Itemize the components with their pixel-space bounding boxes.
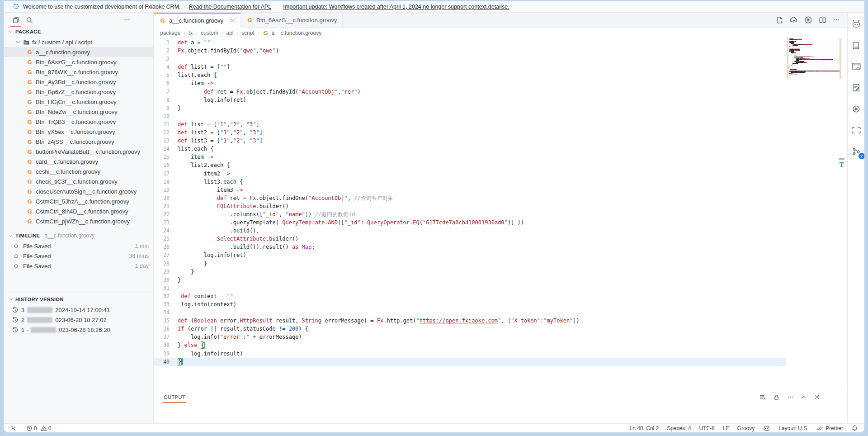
timeline-entry[interactable]: File Saved36 mins xyxy=(4,251,153,261)
status-layout-u-s[interactable]: Layout: U.S. xyxy=(778,425,808,431)
file-item[interactable]: GBtn_6AszG__c.function.groovy xyxy=(4,57,153,67)
code-text: } xyxy=(174,358,183,366)
file-item[interactable]: GbuttonPreVailateButt__c.function.groovy xyxy=(4,147,153,156)
status-spaces-4[interactable]: Spaces: 4 xyxy=(667,425,691,431)
file-item[interactable]: GCstmCtrl_pjWZn__c.function.groovy xyxy=(4,216,153,226)
scrollbar-thumb[interactable] xyxy=(839,158,844,160)
breadcrumb-item[interactable]: custom xyxy=(201,30,218,36)
code-text: list3.each { xyxy=(174,178,243,186)
file-item[interactable]: GBtn_NdeZw__c.function.groovy xyxy=(4,107,153,117)
history-version-entry[interactable]: 1 ·023-06-28 18:26:20 xyxy=(4,325,153,335)
status-bell[interactable] xyxy=(851,425,858,431)
cloud-upload-icon[interactable] xyxy=(790,16,798,24)
folder-row[interactable]: fx / custom / apl / script xyxy=(4,37,153,47)
scrollbar-decoration[interactable]: T xyxy=(838,158,845,169)
documentation-link[interactable]: Read the Documentation for APL xyxy=(189,4,272,10)
code-text: item -> xyxy=(174,153,213,161)
svg-text:G: G xyxy=(27,109,32,115)
editor-tab[interactable]: Ga__c.function.groovy xyxy=(154,13,241,28)
status-lf[interactable]: LF xyxy=(723,425,729,431)
line-number: 6 xyxy=(154,79,174,87)
history-icon xyxy=(12,327,19,333)
file-item[interactable]: GBtn_HGjCn__c.function.groovy xyxy=(4,97,153,107)
scroll-lock-icon[interactable] xyxy=(773,394,780,401)
code-line: 24 .build(), xyxy=(154,227,847,235)
history-version-entry[interactable]: 2023-06-28 18:27:02 xyxy=(4,315,153,325)
history-section-header[interactable]: HISTORY VERSION xyxy=(4,294,153,305)
file-item-label: a__c.function.groovy xyxy=(36,49,90,56)
split-editor-icon[interactable] xyxy=(819,16,826,24)
file-item[interactable]: GBtn_Bp6zZ__c.function.groovy xyxy=(4,87,153,97)
file-item[interactable]: Ga__c.function.groovy xyxy=(4,47,153,57)
important-update-link[interactable]: Important update: Workflows created afte… xyxy=(283,4,509,10)
code-line: 9} xyxy=(154,104,847,112)
file-item[interactable]: GBtn_z4jSS__c.function.groovy xyxy=(4,137,153,147)
file-item[interactable]: GBtn_Ay3Bd__c.function.groovy xyxy=(4,77,153,87)
editor-tab[interactable]: GBtn_6AszG__c.function.groovy xyxy=(241,13,343,27)
line-number: 14 xyxy=(154,145,174,153)
code-text: .build(), xyxy=(174,227,259,235)
sidebar-view-switcher xyxy=(4,13,153,26)
file-item[interactable]: GBtn_yX5ex__c.function.groovy xyxy=(4,127,153,137)
breadcrumb-item[interactable]: fx xyxy=(189,30,193,36)
breadcrumb-item[interactable]: package xyxy=(160,30,180,36)
code-text: item -> xyxy=(174,79,213,87)
fullscreen-button[interactable] xyxy=(851,125,862,135)
code-text: } xyxy=(174,260,207,268)
clear-output-icon[interactable] xyxy=(759,393,766,401)
run-circle-icon[interactable] xyxy=(804,16,812,24)
more-icon[interactable] xyxy=(833,16,840,24)
status-ln-40-col-2[interactable]: Ln 40, Col 2 xyxy=(629,425,659,431)
sidebar-more-icon[interactable] xyxy=(123,16,131,24)
file-item-label: Btn_yX5ex__c.function.groovy xyxy=(36,128,115,135)
breadcrumb-item[interactable]: script xyxy=(241,30,255,36)
circle-o-icon xyxy=(14,264,19,269)
code-editor[interactable]: 1def a = ""2Fx.object.findById("qwe","qw… xyxy=(154,38,847,390)
file-item[interactable]: GcloseUserAutoSign__c.function.groovy xyxy=(4,186,153,196)
timeline-entry-label: File Saved xyxy=(23,253,51,260)
status-prettier[interactable]: Prettier xyxy=(816,425,843,431)
file-item[interactable]: Gceshi__c.function.groovy xyxy=(4,166,153,176)
maximize-panel-icon[interactable] xyxy=(801,394,807,400)
explorer-view-tab[interactable] xyxy=(9,14,23,26)
breadcrumb-file[interactable]: Ga__c.function.groovy xyxy=(262,30,321,37)
code-text xyxy=(174,55,178,63)
web-preview-button[interactable] xyxy=(851,62,862,71)
status-robot[interactable] xyxy=(763,425,770,431)
close-x-icon[interactable] xyxy=(229,18,235,24)
file-item[interactable]: GCstmCtrl_8ih4D__c.function.groovy xyxy=(4,206,153,216)
new-file-icon[interactable] xyxy=(776,16,783,24)
problems-indicator[interactable]: 0 0 xyxy=(26,425,51,431)
status-groovy[interactable]: Groovy xyxy=(737,425,755,431)
breadcrumb-item[interactable]: apl xyxy=(226,30,233,36)
run-circle-button[interactable] xyxy=(851,104,862,114)
breadcrumb-separator-icon: › xyxy=(222,30,223,36)
notification-banner: Welcome to use the customized developmen… xyxy=(4,1,864,13)
file-item[interactable]: Gcheck_tiC3f__c.function.groovy xyxy=(4,176,153,186)
line-number: 16 xyxy=(154,161,174,169)
code-line: 39 log.info(result) xyxy=(154,350,847,358)
documentation-button[interactable] xyxy=(851,40,862,50)
timeline-entry[interactable]: File Saved1 day xyxy=(4,261,153,271)
package-section-header[interactable]: PACKAGE xyxy=(4,26,153,37)
share-nodes-button[interactable]: 2 xyxy=(851,147,862,156)
search-view-tab[interactable] xyxy=(23,14,36,26)
minimap[interactable] xyxy=(787,38,841,82)
close-panel-icon[interactable] xyxy=(814,394,820,400)
more-icon[interactable] xyxy=(787,393,794,401)
file-item[interactable]: GCstmCtrl_5JhzA__c.function.groovy xyxy=(4,196,153,206)
timeline-section-header[interactable]: TIMELINE a__c.function.groovy xyxy=(4,230,153,241)
history-version-entry[interactable]: 32024-10-14 17:00:41 xyxy=(4,305,153,315)
svg-text:G: G xyxy=(27,168,32,175)
form-editor-button[interactable] xyxy=(851,83,862,93)
groovy-icon: G xyxy=(26,218,33,225)
code-text: list.each { xyxy=(174,145,213,153)
remote-indicator-icon[interactable] xyxy=(10,425,17,431)
ai-assistant-button[interactable] xyxy=(851,19,862,29)
file-item[interactable]: GBtn_TrQB3__c.function.groovy xyxy=(4,117,153,127)
file-item[interactable]: Gcard__c.function.groovy xyxy=(4,156,153,166)
file-item[interactable]: GBtn_876WX__c.function.groovy xyxy=(4,67,153,77)
status-utf-8[interactable]: UTF-8 xyxy=(699,425,715,431)
timeline-entry[interactable]: File Saved1 min xyxy=(4,241,153,251)
output-tab[interactable]: OUTPUT xyxy=(163,391,186,403)
